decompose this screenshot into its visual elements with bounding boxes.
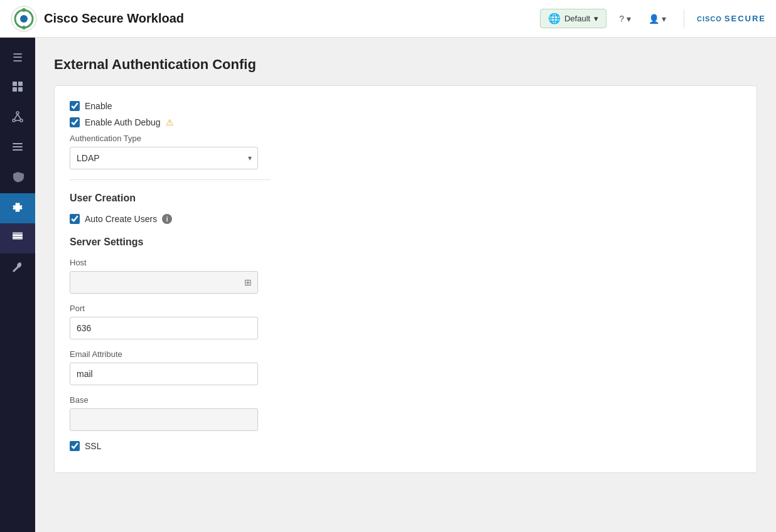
sidebar-item-security[interactable]: [0, 163, 35, 193]
help-chevron-icon: ▾: [627, 14, 631, 24]
port-input[interactable]: 636: [70, 317, 258, 339]
svg-line-12: [14, 114, 18, 119]
user-chevron-icon: ▾: [662, 14, 666, 24]
sidebar-item-menu[interactable]: ☰: [0, 43, 35, 73]
email-attribute-input[interactable]: mail: [70, 363, 258, 385]
auto-create-users-row: Auto Create Users i: [70, 214, 741, 224]
ssl-checkbox[interactable]: [70, 441, 80, 451]
email-attribute-label: Email Attribute: [70, 349, 741, 359]
help-icon: ?: [619, 14, 624, 24]
enable-checkbox[interactable]: [70, 101, 80, 111]
host-input[interactable]: [70, 271, 258, 294]
dashboard-icon: [11, 80, 24, 96]
sidebar-item-monitor[interactable]: [0, 223, 35, 253]
default-label: Default: [564, 14, 590, 23]
monitor-icon: [11, 231, 24, 247]
auto-create-users-info-icon[interactable]: i: [162, 214, 172, 224]
sidebar-item-dashboard[interactable]: [0, 73, 35, 103]
svg-point-2: [20, 15, 28, 23]
auth-type-select[interactable]: LDAP SAML RADIUS: [70, 147, 258, 169]
auto-create-users-checkbox[interactable]: [70, 214, 80, 224]
svg-rect-15: [13, 143, 23, 144]
enable-auth-debug-label: Enable Auth Debug: [85, 117, 161, 127]
email-attribute-group: Email Attribute mail: [70, 349, 741, 385]
ssl-label: SSL: [85, 441, 101, 451]
port-group: Port 636: [70, 304, 741, 339]
svg-line-13: [18, 114, 21, 119]
host-group: Host ⊞: [70, 258, 741, 294]
user-icon: 👤: [649, 14, 659, 24]
inventory-icon: [11, 141, 24, 156]
main-content: External Authentication Config Enable En…: [35, 38, 776, 532]
svg-point-3: [22, 8, 26, 12]
user-creation-divider: [70, 179, 271, 180]
enable-auth-debug-row: Enable Auth Debug ⚠: [70, 117, 741, 127]
auth-type-group: Authentication Type LDAP SAML RADIUS ▾: [70, 134, 741, 169]
user-creation-title: User Creation: [70, 193, 741, 204]
settings-icon: [11, 201, 24, 216]
app-title: Cisco Secure Workload: [44, 11, 184, 26]
default-scope-button[interactable]: 🌐 Default ▾: [540, 9, 606, 28]
port-label: Port: [70, 304, 741, 313]
svg-rect-7: [13, 87, 17, 92]
warning-icon: ⚠: [166, 117, 174, 127]
secure-label: SECURE: [725, 14, 766, 23]
svg-point-4: [22, 26, 26, 29]
ssl-row: SSL: [70, 441, 741, 451]
svg-point-10: [13, 119, 15, 122]
sidebar-item-tools[interactable]: [0, 253, 35, 284]
header-right: 🌐 Default ▾ ? ▾ 👤 ▾ CISCO SECURE: [540, 9, 766, 28]
cisco-secure-logo: CISCO SECURE: [697, 14, 766, 23]
svg-rect-5: [13, 82, 17, 86]
enable-label: Enable: [85, 101, 112, 111]
host-input-wrapper: ⊞: [70, 271, 258, 294]
enable-row: Enable: [70, 101, 741, 111]
user-menu-button[interactable]: 👤 ▾: [644, 11, 671, 26]
svg-rect-6: [18, 82, 23, 86]
host-field-icon: ⊞: [244, 277, 252, 287]
sidebar-item-topology[interactable]: [0, 103, 35, 133]
dropdown-chevron-icon: ▾: [594, 14, 598, 23]
svg-rect-19: [13, 235, 23, 236]
header: Cisco Secure Workload 🌐 Default ▾ ? ▾ 👤 …: [0, 0, 776, 38]
svg-point-11: [20, 119, 23, 122]
enable-auth-debug-checkbox[interactable]: [70, 117, 80, 127]
auth-type-label: Authentication Type: [70, 134, 741, 143]
menu-icon: ☰: [13, 51, 23, 65]
svg-rect-8: [18, 87, 23, 92]
shield-icon: [11, 171, 24, 186]
topology-icon: [11, 110, 24, 126]
header-divider: [684, 9, 684, 28]
cisco-label: CISCO: [697, 15, 722, 23]
base-group: Base: [70, 395, 741, 431]
sidebar-item-inventory[interactable]: [0, 133, 35, 163]
svg-rect-20: [13, 237, 23, 238]
scope-icon: 🌐: [548, 13, 561, 24]
page-title: External Authentication Config: [54, 56, 757, 73]
base-input[interactable]: [70, 408, 258, 431]
help-button[interactable]: ? ▾: [614, 11, 636, 26]
svg-point-9: [16, 112, 19, 114]
host-label: Host: [70, 258, 741, 267]
auto-create-users-label: Auto Create Users: [85, 214, 157, 224]
svg-rect-16: [13, 146, 23, 147]
base-label: Base: [70, 395, 741, 405]
sidebar: ☰: [0, 38, 35, 532]
svg-rect-17: [13, 149, 23, 151]
logo-area: Cisco Secure Workload: [10, 5, 540, 33]
server-settings-title: Server Settings: [70, 237, 741, 248]
app-logo-icon: [10, 5, 38, 33]
wrench-icon: [11, 261, 24, 277]
auth-type-select-wrapper: LDAP SAML RADIUS ▾: [70, 147, 258, 169]
config-card: Enable Enable Auth Debug ⚠ Authenticatio…: [54, 85, 757, 473]
sidebar-item-settings[interactable]: [0, 193, 35, 223]
